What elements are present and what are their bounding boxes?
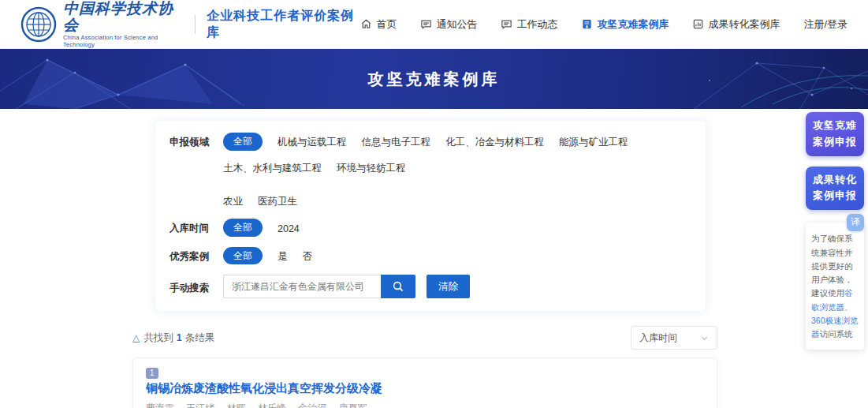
filter-options-field: 全部 机械与运载工程 信息与电子工程 化工、冶金与材料工程 能源与矿业工程 土木… <box>223 133 691 208</box>
filter-label: 入库时间 <box>170 219 223 235</box>
logo-cn: 中国科学技术协会 <box>63 0 184 32</box>
filter-option[interactable]: 是 <box>278 248 288 264</box>
filter-row-field: 申报领域 全部 机械与运载工程 信息与电子工程 化工、冶金与材料工程 能源与矿业… <box>170 133 691 208</box>
filter-option[interactable]: 信息与电子工程 <box>362 133 431 149</box>
page: 中国科学技术协会 China Association for Science a… <box>0 0 868 408</box>
nav-item-login[interactable]: 注册/登录 <box>803 17 848 32</box>
nav-item-home[interactable]: 首页 <box>360 17 397 32</box>
header-divider <box>195 15 196 34</box>
filter-option[interactable]: 环境与轻纺工程 <box>337 159 406 175</box>
filter-option[interactable]: 否 <box>303 248 313 264</box>
banner: 攻坚克难案例库 <box>0 49 868 109</box>
apply-button-line: 案例申报 <box>806 188 864 204</box>
filter-option[interactable]: 医药卫生 <box>258 193 297 208</box>
filter-options-time: 全部 2024 <box>223 219 300 237</box>
filter-options-excellent: 全部 是 否 <box>223 247 312 265</box>
sort-select[interactable]: 入库时间 <box>631 326 717 350</box>
search-input[interactable] <box>223 275 381 298</box>
sort-value: 入库时间 <box>639 331 677 345</box>
site-title: 企业科技工作者评价案例库 <box>207 8 360 41</box>
case-index-badge: 1 <box>146 368 158 379</box>
filter-option-all[interactable]: 全部 <box>223 219 263 237</box>
filter-panel: 申报领域 全部 机械与运载工程 信息与电子工程 化工、冶金与材料工程 能源与矿业… <box>155 120 706 312</box>
search-box: 清除 <box>223 275 470 298</box>
filter-option-all[interactable]: 全部 <box>223 133 263 151</box>
doc-icon <box>581 18 593 30</box>
main-nav: 首页 通知公告 工作动态 攻坚克难案例库 成果转化案例库 注册/登录 <box>360 17 848 32</box>
apply-button-line: 攻坚克难 <box>806 118 864 134</box>
nav-label: 首页 <box>376 17 397 32</box>
case-authors: 曹海雷 、王江绪 、林晖 、林乐峰 、金治河 、唐夏军 <box>146 402 704 408</box>
nav-label: 工作动态 <box>516 17 557 32</box>
filter-label: 手动搜索 <box>170 279 223 295</box>
result-count-suffix: 条结果 <box>185 331 215 345</box>
filter-option[interactable]: 土木、水利与建筑工程 <box>223 159 322 175</box>
filter-option[interactable]: 2024 <box>278 221 300 234</box>
search-icon <box>392 280 404 293</box>
chevron-down-icon <box>700 334 709 342</box>
site-header: 中国科学技术协会 China Association for Science a… <box>0 0 868 49</box>
nav-item-chengguo-cases[interactable]: 成果转化案例库 <box>692 17 780 32</box>
apply-button-line: 案例申报 <box>806 134 864 151</box>
nav-label: 成果转化案例库 <box>708 17 780 32</box>
notice-text: 访问系统 <box>820 329 853 339</box>
cast-emblem-icon <box>20 6 57 43</box>
logo-en: China Association for Science and Techno… <box>63 34 184 48</box>
chat-icon <box>501 18 512 30</box>
floating-panel: 攻坚克难 案例申报 成果转化 案例申报 译 为了确保系统兼容性并提供更好的用户体… <box>806 112 864 350</box>
chart-icon <box>692 18 704 30</box>
filter-option-all[interactable]: 全部 <box>223 247 263 265</box>
nav-item-notices[interactable]: 通知公告 <box>420 17 477 32</box>
filter-label: 申报领域 <box>170 133 223 149</box>
browser-notice: 译 为了确保系统兼容性并提供更好的用户体验，建议使用谷歌浏览器、360极速浏览器… <box>806 223 864 350</box>
apply-chengguo-button[interactable]: 成果转化 案例申报 <box>806 167 864 211</box>
nav-label: 注册/登录 <box>803 17 848 32</box>
apply-gongjian-button[interactable]: 攻坚克难 案例申报 <box>806 112 864 156</box>
filter-option[interactable]: 农业 <box>223 193 243 208</box>
nav-label: 通知公告 <box>436 17 477 32</box>
nav-label: 攻坚克难案例库 <box>597 17 669 32</box>
results-bar: △ 共找到 1 条结果 入库时间 <box>132 326 717 350</box>
logo[interactable]: 中国科学技术协会 China Association for Science a… <box>20 0 184 48</box>
result-count-prefix: 共找到 <box>143 331 173 345</box>
main-content: 申报领域 全部 机械与运载工程 信息与电子工程 化工、冶金与材料工程 能源与矿业… <box>132 120 717 408</box>
filter-row-time: 入库时间 全部 2024 <box>170 219 691 237</box>
filter-option[interactable]: 能源与矿业工程 <box>559 133 628 149</box>
filter-option[interactable]: 化工、冶金与材料工程 <box>445 133 544 149</box>
filter-row-excellent: 优秀案例 全部 是 否 <box>170 247 691 265</box>
search-button[interactable] <box>381 275 415 298</box>
case-card[interactable]: 1 铜锡冶炼废渣酸性氧化浸出真空挥发分级冷凝 曹海雷 、王江绪 、林晖 、林乐峰… <box>132 357 717 408</box>
chat-icon <box>420 18 432 30</box>
case-title[interactable]: 铜锡冶炼废渣酸性氧化浸出真空挥发分级冷凝 <box>146 381 704 396</box>
nav-item-gongjian-cases[interactable]: 攻坚克难案例库 <box>581 17 669 32</box>
clear-button[interactable]: 清除 <box>427 275 470 298</box>
filter-label: 优秀案例 <box>170 247 223 264</box>
translate-icon[interactable]: 译 <box>847 214 864 231</box>
banner-title: 攻坚克难案例库 <box>368 69 501 90</box>
triangle-icon: △ <box>132 332 140 343</box>
result-count: 1 <box>177 332 182 343</box>
filter-option[interactable]: 机械与运载工程 <box>278 133 347 149</box>
logo-text: 中国科学技术协会 China Association for Science a… <box>63 0 184 48</box>
apply-button-line: 成果转化 <box>806 172 864 189</box>
home-icon <box>360 18 372 30</box>
nav-item-work-news[interactable]: 工作动态 <box>501 17 557 32</box>
filter-row-search: 手动搜索 清除 <box>170 275 691 298</box>
